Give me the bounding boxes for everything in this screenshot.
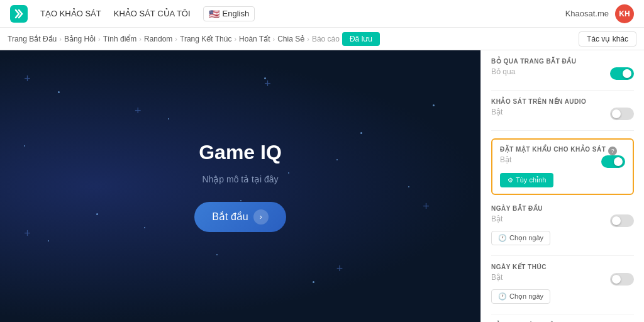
password-section: ĐẶT MẬT KHẨU CHO KHẢO SÁT ? Bật ⚙ Tùy ch… bbox=[491, 138, 634, 195]
bc-sep-5: › bbox=[273, 35, 275, 43]
audio-sublabel: Bật bbox=[491, 108, 502, 116]
plus-decoration: + bbox=[423, 200, 430, 213]
settings-panel: BỎ QUA TRANG BẮT ĐẦU Bỏ qua KHẢO SÁT TRÊ… bbox=[480, 50, 644, 322]
password-sublabel: Bật bbox=[500, 155, 511, 164]
clock-icon: 🕐 bbox=[498, 234, 507, 242]
star-decoration bbox=[144, 227, 145, 228]
star-decoration bbox=[313, 281, 314, 283]
logo[interactable] bbox=[10, 5, 28, 23]
bc-random[interactable]: Random bbox=[144, 35, 172, 43]
star-decoration bbox=[58, 91, 60, 93]
divider-3 bbox=[491, 255, 634, 256]
password-toggle[interactable] bbox=[601, 155, 625, 168]
start-button[interactable]: Bắt đầu › bbox=[194, 202, 286, 232]
clock-icon-2: 🕐 bbox=[498, 292, 507, 301]
star-decoration bbox=[433, 104, 435, 106]
save-button[interactable]: Đã lưu bbox=[342, 32, 380, 46]
star-decoration bbox=[336, 159, 338, 160]
audio-label: KHẢO SÁT TRÊN NỀN AUDIO bbox=[491, 98, 634, 105]
task-button[interactable]: Tác vụ khác bbox=[579, 31, 636, 47]
language-label: English bbox=[223, 9, 250, 18]
star-decoration bbox=[360, 132, 362, 134]
bc-sep-4: › bbox=[234, 35, 236, 43]
skip-toggle[interactable] bbox=[610, 67, 634, 80]
star-decoration bbox=[96, 213, 98, 215]
plus-decoration: + bbox=[264, 77, 271, 91]
end-date-sublabel: Bật bbox=[491, 273, 502, 282]
password-label-row: ĐẶT MẬT KHẨU CHO KHẢO SÁT ? bbox=[500, 146, 625, 155]
password-toggle-slider bbox=[601, 155, 625, 168]
bc-report: Báo cáo bbox=[312, 35, 340, 43]
divider-4 bbox=[491, 314, 634, 314]
end-date-pick-label: Chọn ngày bbox=[509, 292, 543, 301]
site-link[interactable]: Khaosat.me bbox=[565, 9, 609, 18]
start-date-toggle-slider bbox=[610, 214, 634, 227]
breadcrumb: Trang Bắt Đầu › Bảng Hỏi › Tính điểm › R… bbox=[0, 28, 644, 50]
bc-start-page[interactable]: Trang Bắt Đầu bbox=[8, 35, 57, 43]
password-label: ĐẶT MẬT KHẨU CHO KHẢO SÁT bbox=[500, 146, 606, 153]
plus-decoration: + bbox=[24, 227, 31, 240]
gear-icon: ⚙ bbox=[508, 177, 513, 184]
star-decoration bbox=[24, 145, 25, 147]
plus-decoration: + bbox=[24, 72, 31, 86]
star-decoration bbox=[288, 172, 289, 174]
skip-toggle-slider bbox=[610, 67, 634, 80]
end-date-toggle[interactable] bbox=[610, 273, 634, 286]
skip-row: Bỏ qua bbox=[491, 67, 634, 80]
nav-my-surveys[interactable]: KHẢO SÁT CỦA TÔI bbox=[114, 9, 191, 18]
divider-1 bbox=[491, 90, 634, 91]
arrow-icon: › bbox=[253, 209, 269, 225]
bc-sep-6: › bbox=[307, 35, 309, 43]
flag-icon: 🇺🇸 bbox=[209, 9, 219, 19]
audio-toggle-slider bbox=[610, 108, 634, 120]
end-date-toggle-slider bbox=[610, 273, 634, 286]
skip-section: BỎ QUA TRANG BẮT ĐẦU Bỏ qua bbox=[491, 58, 634, 80]
bc-share[interactable]: Chia Sẻ bbox=[277, 35, 304, 43]
plus-decoration: + bbox=[336, 262, 343, 275]
end-date-button[interactable]: 🕐 Chọn ngày bbox=[491, 289, 550, 304]
star-decoration bbox=[408, 186, 409, 187]
password-row: Bật bbox=[500, 155, 625, 168]
star-decoration bbox=[48, 240, 49, 242]
nav-create-survey[interactable]: TẠO KHẢO SÁT bbox=[40, 9, 101, 18]
skip-sublabel: Bỏ qua bbox=[491, 67, 515, 76]
plus-decoration: + bbox=[135, 104, 142, 118]
start-date-button[interactable]: 🕐 Chọn ngày bbox=[491, 231, 550, 245]
customize-button[interactable]: ⚙ Tùy chỉnh bbox=[500, 173, 553, 187]
top-nav: TẠO KHẢO SÁT KHẢO SÁT CỦA TÔI 🇺🇸 English… bbox=[0, 0, 644, 28]
bc-end-page[interactable]: Trang Kết Thúc bbox=[180, 35, 231, 43]
start-date-section: NGÀY BẮT ĐẦU Bật 🕐 Chọn ngày bbox=[491, 205, 634, 245]
bc-score[interactable]: Tính điểm bbox=[103, 35, 137, 43]
skip-label: BỎ QUA TRANG BẮT ĐẦU bbox=[491, 58, 634, 65]
star-decoration bbox=[240, 200, 242, 201]
survey-title: Game IQ bbox=[199, 141, 282, 164]
bc-sep-3: › bbox=[175, 35, 177, 43]
star-decoration bbox=[216, 254, 218, 255]
end-date-row: Bật bbox=[491, 273, 634, 286]
divider-2 bbox=[491, 130, 634, 131]
survey-description: Nhập mô tả tại đây bbox=[202, 174, 278, 184]
start-date-pick-label: Chọn ngày bbox=[509, 234, 543, 242]
bc-sep-2: › bbox=[139, 35, 142, 43]
bc-leaderboard[interactable]: Bảng Hỏi bbox=[64, 35, 96, 43]
audio-section: KHẢO SÁT TRÊN NỀN AUDIO Bật bbox=[491, 98, 634, 120]
start-date-row: Bật bbox=[491, 214, 634, 227]
star-decoration bbox=[168, 118, 169, 119]
start-button-label: Bắt đầu bbox=[212, 211, 248, 223]
audio-row: Bật bbox=[491, 108, 634, 120]
start-date-toggle[interactable] bbox=[610, 214, 634, 227]
start-date-label: NGÀY BẮT ĐẦU bbox=[491, 205, 634, 212]
bc-sep-1: › bbox=[98, 35, 101, 43]
preview-panel: Game IQ Nhập mô tả tại đây Bắt đầu › +++… bbox=[0, 50, 480, 322]
end-date-section: NGÀY KẾT THÚC Bật 🕐 Chọn ngày bbox=[491, 264, 634, 304]
info-icon[interactable]: ? bbox=[608, 147, 617, 155]
user-avatar[interactable]: KH bbox=[615, 4, 634, 23]
end-date-label: NGÀY KẾT THÚC bbox=[491, 264, 634, 270]
audio-toggle[interactable] bbox=[610, 108, 634, 120]
main-layout: Game IQ Nhập mô tả tại đây Bắt đầu › +++… bbox=[0, 50, 644, 322]
start-date-sublabel: Bật bbox=[491, 214, 502, 223]
bc-complete[interactable]: Hoàn Tất bbox=[239, 35, 270, 43]
nav-right: Khaosat.me KH bbox=[565, 4, 634, 23]
language-button[interactable]: 🇺🇸 English bbox=[203, 6, 255, 21]
customize-label: Tùy chỉnh bbox=[516, 176, 546, 184]
